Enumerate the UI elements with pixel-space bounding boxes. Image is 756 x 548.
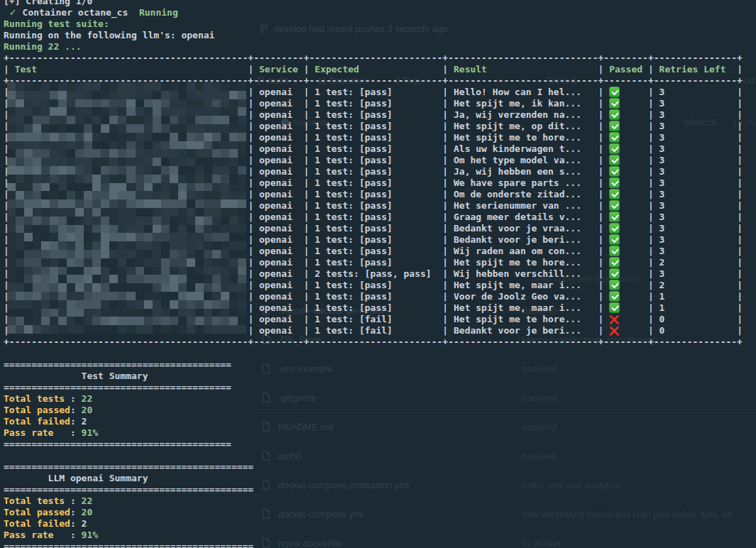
mosaic-cell (7, 300, 16, 309)
mosaic-cell (161, 250, 170, 258)
mosaic-cell (33, 175, 41, 183)
text-segment: | (737, 200, 743, 211)
summary-separator: ========================================… (4, 484, 753, 495)
mosaic-cell (58, 158, 67, 166)
mosaic-cell (24, 241, 33, 250)
mosaic-cell (84, 250, 92, 258)
mosaic-cell (170, 124, 178, 133)
mosaic-cell (187, 183, 195, 192)
mosaic-cell (92, 267, 101, 275)
text-segment: | (737, 268, 743, 279)
text-segment: 2 (654, 280, 737, 290)
mosaic-cell (229, 116, 238, 124)
text-segment (603, 87, 609, 97)
text-segment: | (442, 223, 448, 234)
mosaic-cell (229, 158, 238, 166)
mosaic-cell (187, 82, 195, 91)
mosaic-cell (126, 124, 135, 133)
mosaic-cell (187, 309, 195, 317)
mosaic-cell (212, 149, 221, 158)
text-segment: openai (253, 87, 303, 97)
mosaic-cell (178, 217, 187, 225)
mosaic-cell (212, 183, 221, 192)
text-segment (620, 325, 648, 336)
mosaic-cell (144, 191, 153, 199)
mosaic-cell (136, 107, 144, 116)
mosaic-cell (109, 309, 118, 317)
text-segment (603, 121, 609, 131)
mosaic-cell (187, 107, 195, 116)
text-segment (620, 234, 648, 245)
mosaic-cell (126, 325, 135, 334)
mosaic-cell (41, 133, 50, 141)
mosaic-cell (16, 116, 24, 124)
mosaic-cell (101, 208, 109, 217)
mosaic-cell (161, 141, 170, 150)
mosaic-cell (170, 91, 178, 99)
mosaic-cell (84, 99, 92, 108)
summary-stat: Total passed: 20 (4, 405, 753, 416)
text-segment: : (70, 530, 82, 540)
mosaic-cell (118, 309, 126, 317)
text-segment: Het serienummer van ... (448, 200, 598, 211)
fail-icon (609, 314, 620, 324)
mosaic-cell (75, 107, 84, 116)
mosaic-cell (195, 116, 204, 124)
mosaic-cell (92, 91, 101, 99)
text-segment: 1 test: [pass] (309, 223, 442, 234)
mosaic-cell (126, 183, 135, 192)
mosaic-cell (75, 325, 84, 334)
mosaic-cell (92, 107, 101, 116)
mosaic-cell (170, 133, 178, 141)
text-segment: 3 (654, 268, 737, 279)
mosaic-cell (92, 258, 101, 267)
mosaic-cell (221, 309, 229, 317)
pass-icon (609, 98, 620, 109)
mosaic-cell (101, 199, 109, 208)
text-segment (603, 268, 609, 279)
mosaic-cell (101, 166, 109, 175)
text-segment: | (648, 212, 654, 222)
mosaic-cell (187, 133, 195, 141)
mosaic-cell (229, 325, 238, 334)
pass-icon (609, 132, 620, 143)
mosaic-cell (41, 217, 50, 225)
mosaic-cell (75, 283, 84, 292)
mosaic-cell (153, 325, 161, 334)
mosaic-cell (187, 225, 195, 234)
mosaic-cell (41, 275, 50, 283)
mosaic-cell (178, 241, 187, 250)
mosaic-cell (136, 91, 144, 99)
text-segment: Voor de Joolz Geo va... (448, 291, 598, 302)
mosaic-cell (75, 124, 84, 133)
mosaic-cell (7, 107, 16, 116)
mosaic-cell (101, 191, 109, 199)
mosaic-cell (229, 233, 238, 241)
mosaic-cell (50, 183, 58, 192)
text-segment: | (442, 132, 448, 143)
mosaic-cell (33, 82, 41, 91)
mosaic-cell (229, 275, 238, 283)
mosaic-cell (178, 124, 187, 133)
mosaic-cell (221, 225, 229, 234)
text-segment (620, 87, 648, 97)
text-segment: 3 (654, 109, 737, 120)
pass-icon (609, 268, 620, 279)
mosaic-cell (212, 241, 221, 250)
mosaic-cell (187, 258, 195, 267)
mosaic-cell (126, 292, 135, 300)
mosaic-cell (187, 199, 195, 208)
mosaic-cell (170, 258, 178, 267)
redacted-test-names (7, 82, 246, 334)
mosaic-cell (41, 82, 50, 91)
mosaic-cell (144, 141, 153, 150)
text-segment: openai (253, 280, 303, 290)
mosaic-cell (170, 149, 178, 158)
text-segment: | (442, 155, 448, 165)
text-segment: openai (253, 246, 303, 256)
mosaic-cell (41, 99, 50, 108)
mosaic-cell (33, 141, 41, 150)
mosaic-cell (7, 267, 16, 275)
mosaic-cell (136, 133, 144, 141)
mosaic-cell (109, 99, 118, 108)
